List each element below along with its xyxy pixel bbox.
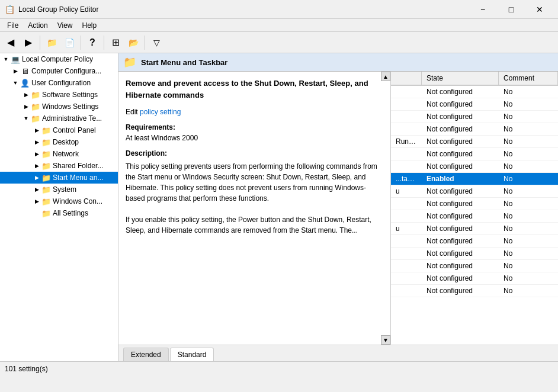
expander-network[interactable]: ▶: [32, 149, 41, 159]
table-header: State Comment: [391, 72, 558, 86]
edit-prefix: Edit: [126, 108, 140, 116]
table-row[interactable]: ...tart, Sleep, ...EnabledNo: [391, 173, 558, 185]
table-row[interactable]: uNot configuredNo: [391, 223, 558, 235]
label-all-settings: All Settings: [53, 209, 88, 217]
menu-view[interactable]: View: [53, 20, 78, 31]
scroll-down-button[interactable]: ▼: [381, 335, 390, 345]
new-window-button[interactable]: ⊞: [107, 34, 124, 51]
table-row[interactable]: Not configuredNo: [391, 210, 558, 223]
tree-item-desktop[interactable]: ▶ 📁 Desktop: [0, 136, 118, 148]
tree-item-control-panel[interactable]: ▶ 📁 Control Panel: [0, 124, 118, 136]
table-row[interactable]: Not configuredNo: [391, 272, 558, 285]
table-row[interactable]: Not configuredNo: [391, 260, 558, 272]
table-cell-comment: No: [499, 136, 558, 147]
icon-start-menu: 📁: [41, 173, 51, 182]
expander-local-computer-policy[interactable]: ▼: [1, 54, 11, 64]
table-cell-state: Not configured: [422, 210, 499, 222]
table-cell-name: [391, 148, 422, 160]
table-row[interactable]: Not configuredNo: [391, 98, 558, 111]
table-row[interactable]: Not configuredNo: [391, 123, 558, 136]
col-header-state[interactable]: State: [422, 72, 499, 85]
icon-computer-configuration: 🖥: [20, 66, 30, 76]
standard-view-button[interactable]: 📄: [61, 34, 78, 51]
tree-item-network[interactable]: ▶ 📁 Network: [0, 148, 118, 160]
scroll-up-button[interactable]: ▲: [381, 72, 390, 81]
policy-setting-link[interactable]: policy setting: [140, 108, 181, 116]
tree-item-system[interactable]: ▶ 📁 System: [0, 184, 118, 195]
table-cell-name: [391, 98, 422, 110]
expander-windows-settings[interactable]: ▶: [21, 102, 31, 111]
tree-item-shared-folders[interactable]: ▶ 📁 Shared Folder...: [0, 160, 118, 172]
tree-item-user-configuration[interactable]: ▼ 👤 User Configuration: [0, 77, 118, 89]
table-cell-name: [391, 160, 422, 172]
tree-item-windows-settings[interactable]: ▶ 📁 Windows Settings: [0, 101, 118, 113]
forward-button[interactable]: ▶: [20, 34, 37, 51]
table-cell-comment: No: [499, 111, 558, 123]
icon-network: 📁: [41, 149, 51, 159]
label-system: System: [53, 185, 76, 194]
table-cell-name: u: [391, 223, 422, 234]
table-cell-comment: No: [499, 235, 558, 247]
expander-administrative-templates[interactable]: ▼: [21, 114, 31, 123]
icon-local-computer-policy: 💻: [11, 54, 20, 64]
tree-item-windows-components[interactable]: ▶ 📁 Windows Con...: [0, 195, 118, 207]
table-row[interactable]: Not configuredNo: [391, 198, 558, 210]
help-button[interactable]: ?: [84, 34, 101, 51]
table-cell-state: Not configured: [422, 285, 499, 297]
tree-item-computer-configuration[interactable]: ▶ 🖥 Computer Configura...: [0, 65, 118, 77]
table-cell-comment: No: [499, 123, 558, 135]
tree-item-all-settings[interactable]: ▶ 📁 All Settings: [0, 207, 118, 219]
table-cell-name: [391, 86, 422, 98]
expander-desktop[interactable]: ▶: [32, 137, 41, 147]
label-windows-settings: Windows Settings: [42, 102, 98, 111]
minimize-button[interactable]: −: [469, 0, 496, 19]
back-button[interactable]: ◀: [2, 34, 19, 51]
show-tree-button[interactable]: 📁: [43, 34, 60, 51]
table-row[interactable]: Not configuredNo: [391, 148, 558, 160]
tab-standard[interactable]: Standard: [170, 348, 214, 361]
tab-extended[interactable]: Extended: [123, 348, 169, 361]
split-content: ▲ Remove and prevent access to the Shut …: [118, 72, 558, 345]
expander-computer-configuration[interactable]: ▶: [11, 66, 20, 76]
table-cell-comment: No: [499, 248, 558, 259]
maximize-button[interactable]: □: [498, 0, 525, 19]
tree-item-software-settings[interactable]: ▶ 📁 Software Settings: [0, 89, 118, 101]
close-button[interactable]: ✕: [526, 0, 553, 19]
table-cell-comment: No: [499, 285, 558, 297]
table-row[interactable]: uNot configuredNo: [391, 185, 558, 198]
expander-shared-folders[interactable]: ▶: [32, 161, 41, 171]
tree-item-local-computer-policy[interactable]: ▼ 💻 Local Computer Policy: [0, 53, 118, 65]
table-cell-state: Not configured: [422, 185, 499, 197]
filter-button[interactable]: ▽: [148, 34, 165, 51]
toolbar-separator-3: [104, 36, 104, 50]
table-cell-name: [391, 111, 422, 123]
col-header-comment[interactable]: Comment: [499, 72, 558, 85]
expander-user-configuration[interactable]: ▼: [11, 78, 20, 88]
tree-item-start-menu[interactable]: ▶ 📁 Start Menu an...: [0, 172, 118, 184]
table-cell-state: Not configured: [422, 248, 499, 259]
table-row[interactable]: Run dialo...Not configuredNo: [391, 136, 558, 148]
menu-help[interactable]: Help: [78, 20, 102, 31]
table-cell-comment: No: [499, 210, 558, 222]
table-row[interactable]: Not configuredNo: [391, 285, 558, 297]
description-title: Remove and prevent access to the Shut Do…: [126, 78, 383, 101]
col-header-name[interactable]: [391, 72, 422, 85]
tree-item-administrative-templates[interactable]: ▼ 📁 Administrative Te...: [0, 113, 118, 124]
menu-file[interactable]: File: [2, 20, 23, 31]
table-cell-name: [391, 272, 422, 284]
table-row[interactable]: Not configuredNo: [391, 111, 558, 123]
expander-system[interactable]: ▶: [32, 185, 41, 194]
toolbar: ◀ ▶ 📁 📄 ? ⊞ 📂 ▽: [0, 32, 558, 53]
expander-start-menu[interactable]: ▶: [32, 173, 41, 182]
open-button[interactable]: 📂: [125, 34, 142, 51]
table-row[interactable]: Not configuredNo: [391, 235, 558, 248]
expander-control-panel[interactable]: ▶: [32, 126, 41, 135]
expander-windows-components[interactable]: ▶: [32, 197, 41, 206]
table-row[interactable]: Not configuredNo: [391, 86, 558, 98]
main-area: ▼ 💻 Local Computer Policy ▶ 🖥 Computer C…: [0, 53, 558, 361]
icon-shared-folders: 📁: [41, 161, 51, 171]
table-row[interactable]: Not configuredNo: [391, 248, 558, 260]
menu-action[interactable]: Action: [23, 20, 52, 31]
expander-software-settings[interactable]: ▶: [21, 90, 31, 99]
table-row[interactable]: Not configuredNo: [391, 160, 558, 173]
